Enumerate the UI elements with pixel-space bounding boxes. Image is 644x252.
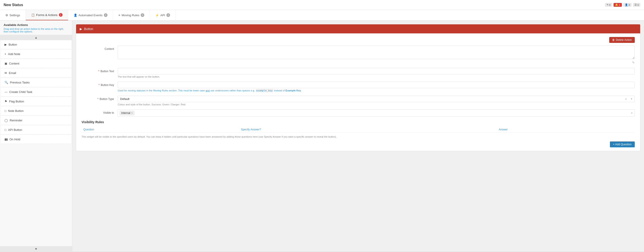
sidebar-item-note-button[interactable]: □ Note Button bbox=[1, 106, 71, 115]
button-text-row: * Button Text The text that will appear … bbox=[82, 68, 635, 78]
sidebar-scroll-up[interactable]: ▲ bbox=[0, 35, 72, 40]
delete-action-button[interactable]: 🗑 Delete Action bbox=[609, 37, 635, 43]
tags-clear-icon[interactable]: × bbox=[631, 111, 633, 115]
sidebar-item-create-child-task[interactable]: ⸻ Create Child Task bbox=[1, 87, 71, 97]
settings-icon: ⚙ bbox=[6, 13, 8, 17]
api-icon: ⚡ bbox=[155, 13, 159, 17]
button-type-label: * Button Type bbox=[82, 96, 118, 101]
action-card: ▶ Button 🗑 Delete Action Content bbox=[76, 24, 640, 151]
button-text-hint: The text that will appear on the button. bbox=[118, 75, 635, 78]
sidebar-scroll-down[interactable]: ▼ bbox=[0, 246, 72, 252]
add-question-button[interactable]: + Add Question bbox=[610, 141, 635, 147]
button-key-row: * Button Key Used for moving statuses in… bbox=[82, 82, 635, 92]
button-type-clear-icon[interactable]: × bbox=[623, 96, 629, 102]
trash-icon: 🗑 bbox=[612, 38, 615, 41]
branch-icon: ⸻ bbox=[4, 90, 8, 94]
notification-icon-badge: 🔔 1 bbox=[614, 3, 622, 7]
chat-icon: ▣ bbox=[4, 62, 7, 65]
tab-settings[interactable]: ⚙ Settings bbox=[0, 10, 26, 20]
add-question-row: + Add Question bbox=[82, 141, 635, 147]
and-link[interactable]: and bbox=[206, 89, 210, 92]
visibility-table: Question Specify Answer? Answer bbox=[82, 127, 635, 133]
content-label: Content bbox=[82, 45, 118, 50]
button-key-field: Used for moving statuses in the Moving R… bbox=[118, 82, 635, 92]
sidebar-header: Available Actions Drag and drop an actio… bbox=[0, 20, 72, 35]
content-textarea[interactable] bbox=[118, 45, 635, 59]
button-type-hint: Colour and style of the button. Success:… bbox=[118, 103, 635, 106]
page-title: New Status bbox=[4, 3, 23, 7]
button-text-label: * Button Text bbox=[82, 68, 118, 73]
forms-icon: 📋 bbox=[31, 13, 35, 17]
header-icons: ✎ 0 🔔 1 👤 0 ☰ 0 bbox=[605, 3, 640, 7]
action-card-header: ▶ Button bbox=[76, 24, 640, 33]
cursor-icon: ▶ bbox=[4, 43, 7, 46]
visible-to-row: Visible to Internal × × bbox=[82, 109, 635, 117]
moving-rules-badge: 0 bbox=[141, 13, 144, 17]
tab-automated-events[interactable]: 👤 Automated Events 0 bbox=[68, 10, 113, 20]
menu-icon-badge: ☰ 0 bbox=[633, 3, 640, 7]
right-content: ▶ Button 🗑 Delete Action Content bbox=[72, 20, 644, 252]
pause-icon: ▮▮ bbox=[4, 138, 8, 141]
sidebar-item-add-note[interactable]: + Add Note bbox=[1, 50, 71, 59]
clock-icon: ◯ bbox=[4, 119, 8, 122]
sidebar-item-reminder[interactable]: ◯ Reminder bbox=[1, 116, 71, 125]
button-key-label: * Button Key bbox=[82, 82, 118, 87]
button-type-select[interactable]: Default × ▼ bbox=[118, 96, 635, 102]
edit-icon-badge: ✎ 0 bbox=[605, 3, 612, 7]
visibility-rules: Visibility Rules Question Specify Answer… bbox=[82, 120, 635, 147]
sidebar-item-on-hold[interactable]: ▮▮ On Hold bbox=[1, 135, 71, 144]
button-type-field: Default × ▼ Colour and style of the butt… bbox=[118, 96, 635, 106]
forms-badge: 1 bbox=[59, 13, 62, 17]
sidebar-item-button[interactable]: ▶ Button bbox=[1, 40, 71, 49]
specify-answer-col-header: Specify Answer? bbox=[239, 127, 497, 133]
example-key-code: example_key bbox=[256, 89, 274, 92]
edit-icon-row: ✎ bbox=[118, 61, 635, 64]
note-icon: □ bbox=[4, 109, 6, 113]
button-text-field: The text that will appear on the button. bbox=[118, 68, 635, 78]
sidebar-desc: Drag and drop an action below to the are… bbox=[4, 27, 68, 33]
api-button-icon: □ bbox=[4, 128, 6, 132]
email-icon: ✉ bbox=[4, 71, 7, 75]
action-header-cursor-icon: ▶ bbox=[80, 27, 82, 31]
visible-to-tags-input[interactable]: Internal × × bbox=[118, 109, 635, 117]
button-key-hint: Used for moving statuses in the Moving R… bbox=[118, 89, 635, 92]
content-row: Content ✎ bbox=[82, 45, 635, 64]
action-header-title: Button bbox=[84, 27, 93, 31]
button-key-input[interactable] bbox=[118, 82, 635, 88]
sidebar-list: ▶ Button + Add Note ▣ Content ✉ Email 🔍 … bbox=[0, 40, 72, 246]
automated-events-badge: 0 bbox=[104, 13, 108, 17]
visible-to-label: Visible to bbox=[82, 109, 118, 114]
plus-icon: + bbox=[4, 52, 6, 56]
sidebar-title: Available Actions bbox=[4, 23, 68, 27]
sidebar-item-flag-button[interactable]: ⚑ Flag Button bbox=[1, 97, 71, 106]
delete-btn-row: 🗑 Delete Action bbox=[82, 37, 635, 43]
search-icon: 🔍 bbox=[4, 81, 8, 84]
sidebar-item-content[interactable]: ▣ Content bbox=[1, 59, 71, 68]
tag-text: Internal bbox=[121, 111, 130, 115]
automated-events-icon: 👤 bbox=[74, 13, 77, 17]
edit-pencil-icon[interactable]: ✎ bbox=[632, 61, 635, 64]
chevron-down-icon[interactable]: ▼ bbox=[629, 97, 634, 101]
sidebar-item-previous-tasks[interactable]: 🔍 Previous Tasks bbox=[1, 78, 71, 87]
sidebar-item-api-button[interactable]: □ API Button bbox=[1, 125, 71, 134]
visible-to-field: Internal × × bbox=[118, 109, 635, 117]
tab-bar: ⚙ Settings 📋 Forms & Actions 1 👤 Automat… bbox=[0, 10, 644, 20]
tab-api[interactable]: ⚡ API 0 bbox=[150, 10, 176, 20]
moving-rules-icon: ≡ bbox=[118, 13, 120, 17]
content-field: ✎ bbox=[118, 45, 635, 64]
question-col-header: Question bbox=[82, 127, 239, 133]
internal-tag: Internal × bbox=[120, 111, 134, 115]
answer-col-header: Answer bbox=[497, 127, 635, 133]
user-icon-badge: 👤 0 bbox=[623, 3, 632, 7]
button-type-row: * Button Type Default × ▼ Colour and sty… bbox=[82, 96, 635, 106]
tab-forms-actions[interactable]: 📋 Forms & Actions 1 bbox=[26, 10, 68, 20]
tab-moving-rules[interactable]: ≡ Moving Rules 0 bbox=[113, 10, 150, 20]
tag-remove-icon[interactable]: × bbox=[131, 111, 133, 115]
main-layout: Available Actions Drag and drop an actio… bbox=[0, 20, 644, 252]
visibility-description: This widget will be visible to the speci… bbox=[82, 135, 635, 139]
sidebar-item-email[interactable]: ✉ Email bbox=[1, 69, 71, 78]
flag-icon: ⚑ bbox=[4, 100, 7, 103]
left-sidebar: Available Actions Drag and drop an actio… bbox=[0, 20, 72, 252]
button-type-value: Default bbox=[118, 96, 623, 102]
button-text-input[interactable] bbox=[118, 68, 635, 74]
